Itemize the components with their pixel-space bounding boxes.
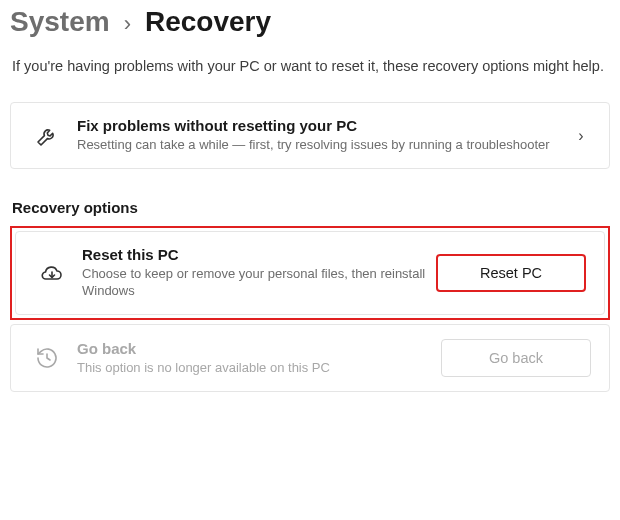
intro-text: If you're having problems with your PC o… [10, 52, 610, 102]
fix-problems-card[interactable]: Fix problems without resetting your PC R… [10, 102, 610, 169]
card-body: Reset this PC Choose to keep or remove y… [82, 246, 436, 300]
reset-pc-button[interactable]: Reset PC [436, 254, 586, 292]
highlight-annotation: Reset this PC Choose to keep or remove y… [10, 226, 610, 320]
reset-pc-card: Reset this PC Choose to keep or remove y… [15, 231, 605, 315]
breadcrumb: System › Recovery [10, 0, 610, 52]
chevron-right-icon: › [571, 127, 591, 145]
card-title: Go back [77, 340, 441, 357]
cloud-download-icon [34, 261, 70, 285]
page-title: Recovery [145, 6, 271, 38]
wrench-icon [29, 124, 65, 148]
card-body: Fix problems without resetting your PC R… [77, 117, 571, 154]
section-title-recovery-options: Recovery options [12, 199, 610, 216]
go-back-card: Go back This option is no longer availab… [10, 324, 610, 392]
chevron-right-icon: › [124, 11, 131, 37]
card-description: Resetting can take a while — first, try … [77, 136, 571, 154]
card-body: Go back This option is no longer availab… [77, 340, 441, 377]
card-description: This option is no longer available on th… [77, 359, 441, 377]
history-icon [29, 346, 65, 370]
card-title: Reset this PC [82, 246, 436, 263]
card-description: Choose to keep or remove your personal f… [82, 265, 436, 300]
breadcrumb-parent[interactable]: System [10, 6, 110, 38]
go-back-button: Go back [441, 339, 591, 377]
card-title: Fix problems without resetting your PC [77, 117, 571, 134]
